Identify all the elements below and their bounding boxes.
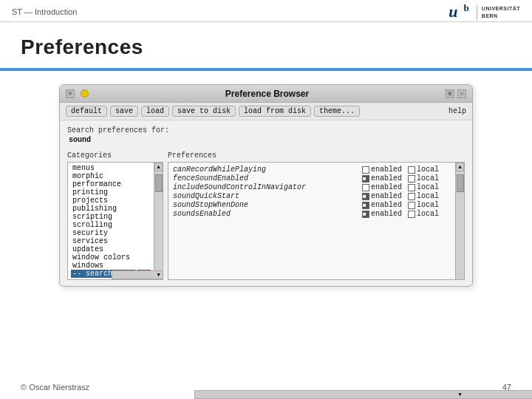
local-checkbox[interactable] <box>408 166 415 174</box>
preference-name: soundsEnabled <box>173 210 359 218</box>
list-item[interactable]: projects <box>71 197 151 205</box>
categories-header: Categories <box>67 151 163 160</box>
save-to-disk-button[interactable]: save to disk <box>172 106 236 117</box>
preferences-header: Preferences <box>168 151 465 160</box>
table-row: soundQuickStartenabledlocal <box>173 192 451 200</box>
preference-name: canRecordWhilePlaying <box>173 166 359 174</box>
enabled-checkbox[interactable] <box>362 193 369 200</box>
enabled-label: enabled <box>371 201 402 209</box>
table-row: fenceSoundEnabledenabledlocal <box>173 174 451 183</box>
uni-line2: BERN <box>482 13 498 20</box>
load-button[interactable]: load <box>141 106 169 117</box>
blue-separator <box>0 68 532 71</box>
window-title: Preference Browser <box>93 89 441 99</box>
categories-list: menusmorphicperformanceprintingprojectsp… <box>68 163 154 279</box>
local-checkbox[interactable] <box>408 184 415 191</box>
content-area: ✕ Preference Browser ⊞ ○ default save lo… <box>0 84 532 287</box>
list-item[interactable]: performance <box>71 180 151 188</box>
local-label: local <box>417 192 439 200</box>
enabled-label: enabled <box>371 174 402 183</box>
local-checkbox[interactable] <box>408 211 415 218</box>
enabled-label: enabled <box>371 192 402 200</box>
table-row: soundStopWhenDoneenabledlocal <box>173 201 451 209</box>
preferences-scrollbar[interactable]: ▲ ▼ <box>455 163 464 279</box>
enabled-label: enabled <box>371 183 402 191</box>
preference-browser-window: ✕ Preference Browser ⊞ ○ default save lo… <box>59 84 473 287</box>
save-button[interactable]: save <box>110 106 138 117</box>
page-footer: © Oscar Nierstrasz 47 <box>21 383 511 392</box>
default-button[interactable]: default <box>66 106 107 117</box>
minimize-icon[interactable] <box>81 89 89 98</box>
logo-u: u <box>449 4 457 20</box>
enabled-checkbox[interactable] <box>362 211 369 218</box>
breadcrumb: ST — Introduction <box>12 7 77 16</box>
window-titlebar: ✕ Preference Browser ⊞ ○ <box>60 85 472 103</box>
copyright-label: © Oscar Nierstrasz <box>21 383 89 392</box>
table-row: includeSoundControlInNavigatorenabledloc… <box>173 183 451 191</box>
enabled-label: enabled <box>371 210 402 218</box>
scroll-up-arrow[interactable]: ▲ <box>154 163 163 171</box>
list-item[interactable]: morphic <box>71 172 151 180</box>
help-label[interactable]: help <box>449 107 466 115</box>
checkbox-group: enabledlocal <box>362 183 451 191</box>
list-item[interactable]: menus <box>71 164 151 172</box>
list-item[interactable]: services <box>71 237 151 245</box>
list-item[interactable]: publishing <box>71 205 151 213</box>
page-title: Preferences <box>21 35 511 59</box>
close-window-icon[interactable]: ○ <box>457 89 466 98</box>
scroll-thumb[interactable] <box>155 174 163 192</box>
list-item[interactable]: scripting <box>71 213 151 221</box>
list-item[interactable]: windows <box>71 262 151 270</box>
load-from-disk-button[interactable]: load from disk <box>239 106 311 117</box>
scroll-down-arrow[interactable]: ▼ <box>112 270 164 279</box>
resize-icon[interactable]: ⊞ <box>446 89 454 98</box>
preference-name: includeSoundControlInNavigator <box>173 183 359 191</box>
enabled-label: enabled <box>371 166 402 174</box>
local-checkbox[interactable] <box>408 175 415 183</box>
local-checkbox[interactable] <box>408 202 415 209</box>
enabled-checkbox[interactable] <box>362 184 369 191</box>
list-item[interactable]: security <box>71 229 151 237</box>
preferences-column: Preferences canRecordWhilePlayingenabled… <box>168 151 465 280</box>
checkbox-group: enabledlocal <box>362 174 451 183</box>
list-item[interactable]: window colors <box>71 253 151 262</box>
list-item[interactable]: printing <box>71 188 151 197</box>
enabled-checkbox[interactable] <box>362 175 369 183</box>
table-row: soundsEnabledenabledlocal <box>173 210 451 218</box>
checkbox-group: enabledlocal <box>362 166 451 174</box>
preference-name: soundQuickStart <box>173 192 359 200</box>
top-bar: ST — Introduction ub UNIVERSITÄT BERN <box>0 0 532 22</box>
titlebar-right-icons: ⊞ ○ <box>446 89 466 98</box>
categories-list-container: menusmorphicperformanceprintingprojectsp… <box>67 162 163 280</box>
local-label: local <box>417 174 439 183</box>
checkbox-group: enabledlocal <box>362 192 451 200</box>
page-title-area: Preferences <box>0 22 532 68</box>
enabled-checkbox[interactable] <box>362 202 369 209</box>
search-value: sound <box>69 136 465 144</box>
local-label: local <box>417 201 439 209</box>
window-toolbar: default save load save to disk load from… <box>60 103 472 120</box>
theme-button[interactable]: theme... <box>314 106 360 117</box>
categories-scrollbar[interactable]: ▲ ▼ <box>154 163 163 279</box>
checkbox-group: enabledlocal <box>362 201 451 209</box>
logo-area: ub UNIVERSITÄT BERN <box>449 4 520 20</box>
search-label: Search preferences for: <box>67 126 465 134</box>
list-item[interactable]: scrolling <box>71 221 151 229</box>
enabled-checkbox[interactable] <box>362 166 369 174</box>
list-item[interactable]: updates <box>71 245 151 253</box>
page-number: 47 <box>502 383 511 392</box>
local-label: local <box>417 183 439 191</box>
table-row: canRecordWhilePlayingenabledlocal <box>173 166 451 174</box>
local-label: local <box>417 210 439 218</box>
preferences-list: canRecordWhilePlayingenabledlocalfenceSo… <box>168 163 455 279</box>
pref-scroll-thumb[interactable] <box>457 174 464 192</box>
categories-column: Categories menusmorphicperformanceprinti… <box>67 151 163 280</box>
preferences-list-container: canRecordWhilePlayingenabledlocalfenceSo… <box>168 162 465 280</box>
local-label: local <box>417 166 439 174</box>
window-body: Categories menusmorphicperformanceprinti… <box>60 147 472 286</box>
pref-scroll-up-arrow[interactable]: ▲ <box>456 163 464 171</box>
logo-b: b <box>464 2 469 14</box>
close-icon[interactable]: ✕ <box>66 89 75 98</box>
preference-name: fenceSoundEnabled <box>173 174 359 183</box>
local-checkbox[interactable] <box>408 193 415 200</box>
